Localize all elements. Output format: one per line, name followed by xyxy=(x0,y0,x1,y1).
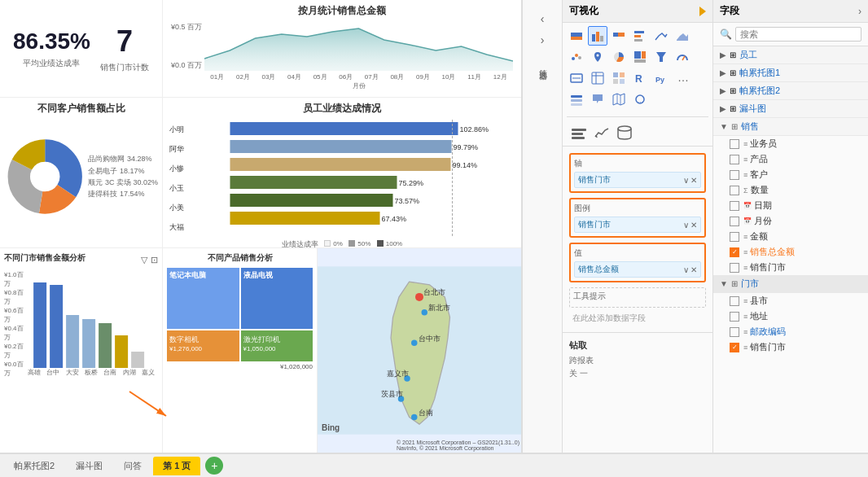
viz-icon-card[interactable] xyxy=(567,68,586,88)
filter-icon[interactable]: ▽ xyxy=(141,255,147,265)
viz-icon-qna[interactable] xyxy=(588,90,607,109)
field-xs-ms[interactable]: ≡ 县市 xyxy=(713,293,868,309)
axis-chevron-icon[interactable]: ∨ xyxy=(683,176,689,185)
tab-ldg[interactable]: 漏斗图 xyxy=(66,457,112,475)
viz-icon-gauge[interactable] xyxy=(673,47,692,67)
field-label-xsze: 销售总金额 xyxy=(750,246,795,258)
viz-icon-slicer[interactable] xyxy=(567,90,586,109)
vertical-label[interactable]: 筛选器 xyxy=(537,63,548,68)
field-group-xs[interactable]: ▼ ⊞ 销售 xyxy=(713,118,868,136)
tab-plt2[interactable]: 帕累托图2 xyxy=(4,457,64,475)
search-input[interactable] xyxy=(735,27,861,42)
tab-page1[interactable]: 第 1 页 xyxy=(153,457,200,475)
drill-section: 钻取 跨报表 关 一 xyxy=(563,332,712,387)
viz-icon-custom[interactable]: ... xyxy=(630,90,650,109)
svg-text:茨县市: 茨县市 xyxy=(381,390,403,398)
field-group-yg[interactable]: ▶ ⊞ 员工 xyxy=(713,46,868,64)
viz-icon-pie[interactable] xyxy=(609,47,629,67)
cb-xsze[interactable]: ✓ xyxy=(730,247,739,257)
field-icon-kh: ≡ xyxy=(743,171,747,179)
collapse-left-btn[interactable]: ‹ xyxy=(534,11,550,27)
viz-icon-area[interactable] xyxy=(673,26,692,46)
emp-2: 阿华 xyxy=(169,144,184,155)
expand-icon-ldg: ▶ xyxy=(720,104,726,113)
legend-chevron-icon[interactable]: ∨ xyxy=(683,221,689,230)
cb-sl[interactable] xyxy=(730,186,739,195)
field-je[interactable]: ≡ 金额 xyxy=(713,229,868,244)
line-chart-title: 按月统计销售总金额 xyxy=(171,4,513,18)
field-cp[interactable]: ≡ 产品 xyxy=(713,151,868,167)
cb-ywy[interactable] xyxy=(730,139,739,149)
viz-icon-bar-h[interactable] xyxy=(630,26,650,46)
yaxis-02m: ¥0.2百万 xyxy=(4,342,26,360)
svg-rect-46 xyxy=(634,31,644,33)
viz-format-icon[interactable] xyxy=(569,123,589,142)
field-group-plt1[interactable]: ▶ ⊞ 帕累托图1 xyxy=(713,64,868,82)
svg-point-31 xyxy=(411,339,418,346)
field-ywy[interactable]: ≡ 业务员 xyxy=(713,136,868,151)
tab-add-button[interactable]: + xyxy=(205,457,223,475)
field-xsms[interactable]: ≡ 销售门市 xyxy=(713,260,868,275)
field-group-ldg[interactable]: ▶ ⊞ 漏斗图 xyxy=(713,100,868,118)
add-field-button[interactable]: 在此处添加数据字段 xyxy=(569,311,706,326)
viz-icon-funnel[interactable] xyxy=(651,47,671,67)
map-section: 台北市 新北市 台中市 嘉义市 茨县市 台南 © 2021 Microsoft … xyxy=(318,248,521,453)
field-xsze[interactable]: ✓ ≡ 销售总金额 xyxy=(713,244,868,260)
fields-scroll[interactable]: ▶ ⊞ 员工 ▶ ⊞ 帕累托图1 ▶ ⊞ 帕累托图2 xyxy=(713,46,868,355)
viz-icon-scatter[interactable] xyxy=(567,47,586,67)
field-icon-sl: Σ xyxy=(743,186,748,195)
pie-chart-title: 不同客户销售额占比 xyxy=(4,102,158,116)
viz-icon-more[interactable]: … xyxy=(673,68,692,88)
cb-xs-ms[interactable] xyxy=(730,296,739,306)
cb-kh[interactable] xyxy=(730,170,739,180)
viz-icon-table[interactable] xyxy=(588,68,607,88)
tab-qa[interactable]: 问答 xyxy=(114,457,151,475)
bar-v-title: 不同门市销售金额分析 xyxy=(4,252,85,264)
viz-icon-map2[interactable] xyxy=(609,90,629,109)
values-remove-icon[interactable]: ✕ xyxy=(690,265,697,274)
svg-point-51 xyxy=(578,56,581,59)
yaxis-04m: ¥0.4百万 xyxy=(4,324,26,342)
cb-yzbm[interactable] xyxy=(730,327,739,337)
field-sl[interactable]: Σ 数量 xyxy=(713,182,868,198)
yaxis-1m: ¥1.0百万 xyxy=(4,270,26,288)
viz-icon-treemap[interactable] xyxy=(630,47,650,67)
kpi-label-2: 销售门市计数 xyxy=(100,62,149,73)
cb-dz[interactable] xyxy=(730,312,739,322)
field-ms-xsms[interactable]: ✓ ≡ 销售门市 xyxy=(713,339,868,355)
field-group-ms[interactable]: ▼ ⊞ 门市 xyxy=(713,275,868,293)
viz-icon-r[interactable]: R xyxy=(630,68,650,88)
store-4: 板桥 xyxy=(85,368,98,377)
cb-rq[interactable] xyxy=(730,201,739,211)
cb-cp[interactable] xyxy=(730,155,739,164)
field-yzbm[interactable]: ≡ 邮政编码 xyxy=(713,324,868,339)
axis-remove-icon[interactable]: ✕ xyxy=(690,176,697,185)
viz-icon-stacked-bar[interactable] xyxy=(567,26,586,46)
emp-3: 小惨 xyxy=(169,164,184,174)
field-yf[interactable]: 📅 月份 xyxy=(713,213,868,229)
viz-icon-100bar[interactable] xyxy=(609,26,629,46)
field-rq[interactable]: 📅 日期 xyxy=(713,198,868,213)
viz-icon-clustered-bar[interactable] xyxy=(588,26,607,46)
viz-icon-py[interactable]: Py xyxy=(651,68,671,88)
cb-yf[interactable] xyxy=(730,217,739,226)
cb-xsms[interactable] xyxy=(730,263,739,273)
values-chevron-icon[interactable]: ∨ xyxy=(683,265,689,274)
viz-panel-title: 可视化 xyxy=(569,4,598,18)
legend-remove-icon[interactable]: ✕ xyxy=(690,221,697,230)
viz-data-icon[interactable] xyxy=(615,123,634,142)
viz-analytics-icon[interactable] xyxy=(592,123,612,142)
viz-icon-line[interactable] xyxy=(651,26,671,46)
cb-ms-xsms[interactable]: ✓ xyxy=(730,343,739,352)
collapse-right-btn[interactable]: › xyxy=(534,32,550,48)
cb-je[interactable] xyxy=(730,232,739,242)
field-dz[interactable]: ≡ 地址 xyxy=(713,309,868,324)
field-group-plt2[interactable]: ▶ ⊞ 帕累托图2 xyxy=(713,82,868,100)
viz-icon-matrix[interactable] xyxy=(609,68,629,88)
middle-panel: ‹ › 筛选器 xyxy=(522,0,563,453)
expand-icon[interactable]: ⊡ xyxy=(151,255,158,265)
svg-rect-44 xyxy=(613,33,618,37)
viz-icon-map[interactable] xyxy=(588,47,607,67)
treemap-item-3: 数字相机 xyxy=(169,335,199,344)
field-kh[interactable]: ≡ 客户 xyxy=(713,167,868,182)
